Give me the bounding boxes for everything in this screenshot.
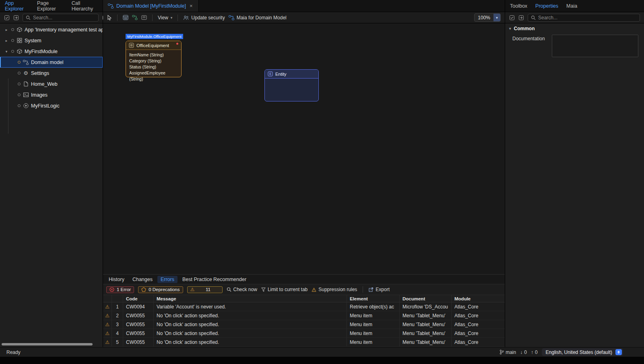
entity-header[interactable]: OfficeEquipment <box>126 41 181 50</box>
tree-item-images[interactable]: Images <box>0 89 103 100</box>
cell-document: Menu 'Tablet_Menu' <box>400 320 452 329</box>
sync-app-icon[interactable] <box>4 15 10 21</box>
tree-item-myfirstmodule[interactable]: ▾ MyFirstModule <box>0 46 103 57</box>
annotation-icon[interactable] <box>141 15 147 20</box>
chevron-right-icon[interactable]: ▸ <box>4 28 9 32</box>
tab-toolbox[interactable]: Toolbox <box>510 3 527 9</box>
outgoing-commits[interactable]: ↑ 0 <box>531 350 538 355</box>
toolbar-separator <box>152 14 153 21</box>
tab-properties[interactable]: Properties <box>535 3 558 9</box>
tree-item-home-web[interactable]: Home_Web <box>0 79 103 89</box>
check-now-button[interactable]: Check now <box>227 287 257 292</box>
tab-app-explorer[interactable]: App Explorer <box>5 0 29 12</box>
tab-domain-model[interactable]: Domain Model [MyFirstModule] × <box>103 0 199 12</box>
attribute[interactable]: Status (String) <box>129 64 178 70</box>
search-input[interactable] <box>538 15 637 21</box>
outgoing-count: 0 <box>535 350 538 355</box>
entity-selection-label: MyFirstModule.OfficeEquipment <box>126 34 183 39</box>
error-table-row[interactable]: ⚠ 3 CW0055 No 'On click' action specifie… <box>103 320 505 329</box>
tab-errors[interactable]: Errors <box>157 276 178 283</box>
error-count-badge[interactable]: 1 Error <box>106 286 134 293</box>
section-common-label: Common <box>514 26 535 31</box>
warning-triangle-icon: ⚠ <box>190 287 195 292</box>
warning-triangle-icon: ⚠ <box>105 331 109 336</box>
error-table-row[interactable]: ⚠ 2 CW0055 No 'On click' action specifie… <box>103 311 505 320</box>
header-code[interactable]: Code <box>123 295 154 302</box>
domain-model-canvas[interactable]: MyFirstModule.OfficeEquipment OfficeEqui… <box>103 23 505 274</box>
suppression-rules-button[interactable]: Suppression rules <box>312 287 357 292</box>
git-branch-button[interactable]: main <box>500 350 516 355</box>
app-explorer-search[interactable] <box>23 14 99 22</box>
errors-toolbar: 1 Error 0 Deprecations ⚠ 11 Check now Li… <box>103 284 505 295</box>
attribute[interactable]: ItemName (String) <box>129 52 178 58</box>
documentation-label: Documentation <box>512 35 548 41</box>
entity-officeequipment[interactable]: OfficeEquipment ItemName (String) Catego… <box>126 41 182 77</box>
error-table-row[interactable]: ⚠ 4 CW0055 No 'On click' action specifie… <box>103 329 505 338</box>
chevron-down-icon: ▾ <box>509 27 511 31</box>
header-element[interactable]: Element <box>347 295 400 302</box>
limit-to-current-tab-button[interactable]: Limit to current tab <box>261 287 308 292</box>
chevron-down-icon[interactable]: ▾ <box>4 50 9 54</box>
warning-count-badge[interactable]: ⚠ 11 <box>187 286 223 293</box>
export-button[interactable]: Export <box>369 287 390 292</box>
tree-item-label: Home_Web <box>31 81 58 87</box>
check-now-label: Check now <box>233 287 257 292</box>
search-input[interactable] <box>33 15 95 21</box>
search-icon <box>26 15 31 20</box>
tree-item-settings[interactable]: ⚙ Settings <box>0 68 103 79</box>
chevron-right-icon[interactable]: ▸ <box>4 39 9 43</box>
go-to-icon[interactable] <box>13 15 19 21</box>
deprecation-count-badge[interactable]: 0 Deprecations <box>138 286 183 293</box>
update-security-label: Update security <box>191 15 225 21</box>
cell-element: Retrieve object(s) ac <box>347 302 400 311</box>
chevron-down-icon: ▾ <box>171 16 173 20</box>
tree-item-label: App 'Inventory management test app <box>25 27 103 33</box>
entity-header[interactable]: Entity <box>265 70 318 79</box>
new-association-icon[interactable] <box>132 15 138 20</box>
tree-item-domain-model[interactable]: Domain model <box>0 57 103 68</box>
entity-new[interactable]: Entity <box>264 69 319 101</box>
update-security-button[interactable]: Update security <box>183 15 225 21</box>
header-module[interactable]: Module <box>452 295 505 302</box>
chevron-down-icon[interactable]: ▾ <box>493 14 500 21</box>
select-cursor-icon[interactable] <box>107 15 112 21</box>
properties-search[interactable] <box>528 14 640 22</box>
error-table-row[interactable]: ⚠ 5 CW0055 No 'On click' action specifie… <box>103 338 505 347</box>
window-bottom-strip <box>0 357 644 364</box>
search-icon <box>227 287 231 292</box>
tab-changes[interactable]: Changes <box>129 276 156 283</box>
attribute[interactable]: Category (String) <box>129 58 178 64</box>
expand-all-icon[interactable] <box>509 15 515 21</box>
documentation-input[interactable] <box>552 35 638 57</box>
section-common[interactable]: ▾ Common <box>505 23 644 34</box>
cell-message: No 'On click' action specified. <box>154 311 347 320</box>
arrow-down-icon: ↓ <box>520 350 522 355</box>
tab-history[interactable]: History <box>105 276 128 283</box>
tree-item-app[interactable]: ▸ App 'Inventory management test app <box>0 24 103 35</box>
cell-message: Variable 'Account' is never used. <box>154 302 347 311</box>
status-ready-label: Ready <box>6 350 21 355</box>
maia-domain-model-button[interactable]: Maia for Domain Model <box>229 15 287 21</box>
language-select[interactable]: English, United States (default) <box>542 348 623 356</box>
zoom-select[interactable]: 100% ▾ <box>474 13 501 22</box>
tab-best-practice-recommender[interactable]: Best Practice Recommender <box>179 276 250 283</box>
toolbar-separator <box>363 286 363 293</box>
tab-page-explorer[interactable]: Page Explorer <box>37 0 64 12</box>
new-entity-icon[interactable] <box>123 15 128 20</box>
cell-module: Atlas_Core <box>452 320 505 329</box>
collapse-all-icon[interactable] <box>518 15 524 21</box>
incoming-commits[interactable]: ↓ 0 <box>520 350 527 355</box>
view-dropdown[interactable]: View ▾ <box>158 15 172 21</box>
horizontal-scrollbar[interactable] <box>2 343 93 345</box>
tree-item-myfirstlogic[interactable]: MyFirstLogic <box>0 100 103 111</box>
error-circle-icon <box>109 287 114 292</box>
tab-maia[interactable]: Maia <box>566 3 577 9</box>
tab-call-hierarchy[interactable]: Call Hierarchy <box>72 0 98 12</box>
tree-item-system[interactable]: ▸ System <box>0 35 103 46</box>
header-document[interactable]: Document <box>400 295 452 302</box>
module-icon <box>17 49 22 54</box>
error-table-row[interactable]: ⚠ 1 CW0094 Variable 'Account' is never u… <box>103 302 505 311</box>
close-icon[interactable]: × <box>189 3 194 9</box>
attribute[interactable]: AssignedEmployee (String) <box>129 70 178 82</box>
header-message[interactable]: Message <box>154 295 347 302</box>
